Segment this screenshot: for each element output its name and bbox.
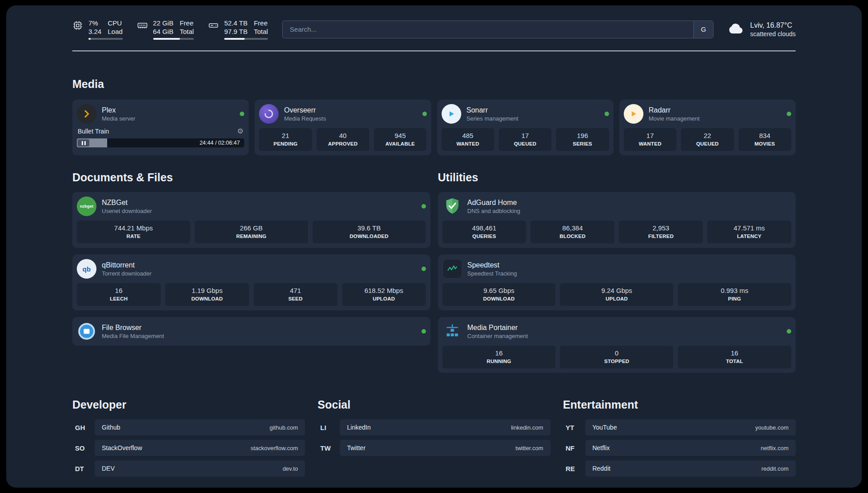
- stat-value: 17: [626, 132, 675, 140]
- stat-value: 39.6 TB: [314, 224, 424, 232]
- stat-value: 9.24 Gbps: [562, 287, 672, 295]
- bookmark-stackoverflow[interactable]: SO StackOverflow stackoverflow.com: [72, 440, 305, 456]
- bookmark-abbr: SO: [72, 444, 90, 452]
- section-title-entertainment: Entertainment: [563, 398, 796, 411]
- overseerr-card[interactable]: Overseerr Media Requests 21 PENDING 40 A…: [255, 100, 431, 155]
- stat-label: STOPPED: [562, 358, 672, 365]
- adguard-card[interactable]: AdGuard Home DNS and adblocking 498,461 …: [438, 192, 796, 248]
- stat-label: QUERIES: [444, 233, 525, 240]
- stat-box: 498,461 QUERIES: [442, 221, 526, 243]
- status-dot: [787, 329, 791, 334]
- portainer-card[interactable]: Media Portainer Container management 16 …: [438, 317, 796, 373]
- pause-button[interactable]: [78, 139, 89, 146]
- cpu-load-value: 3.24: [88, 27, 101, 36]
- weather-location: Lviv, 16.87°C: [750, 21, 796, 30]
- stat-box: 0.993 ms PING: [678, 283, 791, 306]
- stat-label: APPROVED: [318, 141, 367, 147]
- filebrowser-icon: [77, 322, 96, 341]
- stat-box: 17 WANTED: [624, 128, 676, 151]
- stat-value: 266 GB: [196, 224, 306, 232]
- app-subtitle: Movie management: [649, 115, 700, 122]
- app-subtitle: Speedtest Tracking: [467, 270, 517, 277]
- gear-icon[interactable]: ⚙: [237, 128, 243, 135]
- stat-value: 0.993 ms: [680, 287, 789, 295]
- bookmark-dev[interactable]: DT DEV dev.to: [72, 460, 305, 476]
- app-name: Sonarr: [467, 105, 518, 115]
- main-columns: Documents & Files nzbget NZBGet Usenet d…: [72, 155, 796, 373]
- filebrowser-card[interactable]: File Browser Media File Management: [72, 317, 430, 346]
- stat-value: 47.571 ms: [709, 224, 789, 232]
- stat-label: LEECH: [79, 296, 159, 302]
- section-title-documents: Documents & Files: [72, 171, 430, 184]
- speedtest-card[interactable]: Speedtest Speedtest Tracking 9.65 Gbps D…: [438, 255, 796, 310]
- app-name: Media Portainer: [467, 323, 528, 332]
- app-name: Speedtest: [467, 260, 517, 270]
- sonarr-card[interactable]: Sonarr Series management 485 WANTED 17 Q…: [437, 100, 613, 155]
- stat-label: WANTED: [626, 141, 675, 147]
- nzbget-card[interactable]: nzbget NZBGet Usenet downloader 744.21 M…: [72, 192, 430, 248]
- cpu-load-label: Load: [108, 27, 122, 36]
- stat-value: 0: [562, 349, 672, 357]
- bookmark-domain: linkedin.com: [511, 424, 543, 431]
- sonarr-icon: [442, 104, 461, 124]
- bookmark-name: Github: [102, 424, 120, 431]
- stat-value: 16: [79, 287, 159, 295]
- bookmarks-area: Developer GH Github github.com SO StackO…: [72, 398, 796, 481]
- stat-value: 16: [680, 349, 789, 357]
- bookmark-reddit[interactable]: RE Reddit reddit.com: [563, 460, 796, 476]
- search-input[interactable]: [283, 21, 693, 38]
- section-title-developer: Developer: [72, 398, 305, 411]
- bookmark-abbr: GH: [72, 424, 90, 431]
- bookmark-netflix[interactable]: NF Netflix netflix.com: [563, 440, 796, 456]
- stat-value: 1.19 Gbps: [167, 287, 247, 295]
- stat-value: 16: [444, 349, 554, 357]
- stat-box: 22 QUEUED: [681, 128, 734, 151]
- speedtest-stats: 9.65 Gbps DOWNLOAD 9.24 Gbps UPLOAD 0.99…: [442, 283, 792, 306]
- stat-value: 17: [501, 132, 550, 140]
- bookmark-abbr: YT: [563, 424, 581, 431]
- storage-free-value: 52.4 TB: [224, 19, 247, 27]
- speedtest-card-header: Speedtest Speedtest Tracking: [442, 259, 792, 279]
- app-name: Plex: [102, 105, 135, 115]
- plex-seek-bar[interactable]: 24:44 / 02:06:47: [77, 138, 244, 147]
- bookmark-domain: youtube.com: [755, 424, 789, 431]
- bookmark-name: StackOverflow: [102, 444, 142, 451]
- status-dot: [421, 267, 426, 271]
- bookmark-domain: netflix.com: [761, 445, 789, 451]
- stat-value: 196: [558, 132, 607, 140]
- qbittorrent-card[interactable]: qb qBittorrent Torrent downloader 16 LEE…: [72, 255, 430, 310]
- bookmark-name: Reddit: [593, 465, 610, 472]
- stat-label: DOWNLOAD: [444, 296, 554, 302]
- app-name: NZBGet: [102, 198, 152, 207]
- adguard-card-header: AdGuard Home DNS and adblocking: [442, 196, 792, 216]
- plex-now-playing-row: Bullet Train ⚙: [77, 128, 244, 135]
- bookmark-name: DEV: [102, 465, 115, 472]
- stat-label: SERIES: [558, 141, 607, 147]
- media-grid: Plex Media server Bullet Train ⚙ 24:44 /…: [72, 100, 796, 155]
- stat-label: PING: [680, 296, 789, 302]
- stat-label: RUNNING: [444, 358, 554, 365]
- bookmark-twitter[interactable]: TW Twitter twitter.com: [317, 440, 550, 456]
- nzbget-card-header: nzbget NZBGet Usenet downloader: [77, 196, 426, 216]
- cloud-icon: [728, 22, 744, 36]
- speedtest-icon: [442, 259, 462, 279]
- plex-card[interactable]: Plex Media server Bullet Train ⚙ 24:44 /…: [72, 100, 249, 155]
- bookmark-name: Netflix: [593, 444, 610, 451]
- bookmark-linkedin[interactable]: LI LinkedIn linkedin.com: [317, 419, 550, 435]
- stat-box: 39.6 TB DOWNLOADED: [313, 221, 426, 243]
- bookmark-github[interactable]: GH Github github.com: [72, 419, 305, 435]
- app-name: Radarr: [649, 105, 700, 115]
- bookmark-abbr: LI: [317, 424, 335, 431]
- adguard-stats: 498,461 QUERIES 86,384 BLOCKED 2,953 FIL…: [442, 221, 792, 243]
- status-dot: [605, 112, 609, 116]
- overseerr-stats: 21 PENDING 40 APPROVED 945 AVAILABLE: [259, 128, 426, 151]
- bookmark-youtube[interactable]: YT YouTube youtube.com: [563, 419, 796, 435]
- section-title-media: Media: [72, 77, 796, 91]
- bookmark-abbr: DT: [72, 465, 90, 472]
- stat-box: 17 QUEUED: [499, 128, 551, 151]
- radarr-card[interactable]: Radarr Movie management 17 WANTED 22 QUE…: [619, 100, 796, 155]
- stat-value: 744.21 Mbps: [79, 224, 188, 232]
- stat-label: MOVIES: [740, 141, 789, 147]
- stat-label: REMAINING: [196, 233, 306, 240]
- search-engine-button[interactable]: G: [693, 21, 713, 38]
